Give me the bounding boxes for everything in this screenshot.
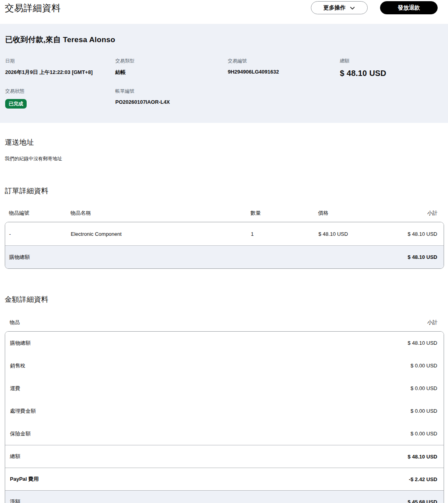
amount-row-handling-label: 處理費金額 — [10, 408, 36, 415]
field-invoice-id-label: 帳單編號 — [115, 88, 228, 95]
field-transaction-status-label: 交易狀態 — [5, 88, 115, 95]
amount-row-net: 淨額 $ 45.68 USD — [5, 490, 444, 503]
top-bar: 交易詳細資料 更多操作 發放退款 — [0, 0, 448, 14]
amount-row-handling-value: $ 0.00 USD — [411, 408, 437, 414]
cell-subtotal: $ 48.10 USD — [408, 231, 437, 237]
amount-row-total-label: 總額 — [10, 453, 20, 460]
col-amount-subtotal: 小計 — [427, 319, 438, 326]
issue-refund-button[interactable]: 發放退款 — [380, 1, 438, 14]
amount-row-shipping-value: $ 0.00 USD — [411, 385, 437, 391]
amount-row-net-value: $ 45.68 USD — [408, 499, 437, 503]
field-gross-amount-value: $ 48.10 USD — [340, 69, 443, 78]
order-table: - Electronic Component 1 $ 48.10 USD $ 4… — [5, 222, 444, 269]
transaction-summary-panel: 已收到付款,來自 Teresa Alonso 日期 2026年1月9日 上午12… — [0, 24, 448, 123]
amount-row-gross-label: 購物總額 — [10, 340, 31, 347]
amount-table-header: 物品 小計 — [5, 319, 444, 326]
order-details-section: 訂單詳細資料 物品編號 物品名稱 數量 價格 小計 - Electronic C… — [5, 186, 444, 269]
amount-row-shipping: 運費 $ 0.00 USD — [5, 377, 444, 400]
order-total-row: 購物總額 $ 48.10 USD — [5, 245, 444, 268]
order-total-value: $ 48.10 USD — [408, 254, 437, 260]
order-heading: 訂單詳細資料 — [5, 186, 444, 196]
topbar-actions: 更多操作 發放退款 — [311, 1, 438, 14]
amount-details-section: 金額詳細資料 物品 小計 購物總額 $ 48.10 USD 銷售稅 $ 0.00… — [5, 295, 444, 503]
amount-heading: 金額詳細資料 — [5, 295, 444, 304]
amount-row-paypal-fee: PayPal 費用 -$ 2.42 USD — [5, 468, 444, 490]
field-date-value: 2026年1月9日 上午12:22:03 [GMT+8] — [5, 69, 115, 76]
amount-row-insurance: 保險金額 $ 0.00 USD — [5, 422, 444, 445]
page-title: 交易詳細資料 — [5, 2, 61, 14]
amount-row-total: 總額 $ 48.10 USD — [5, 445, 444, 468]
col-subtotal: 小計 — [427, 210, 438, 217]
col-quantity: 數量 — [250, 210, 318, 217]
amount-table: 購物總額 $ 48.10 USD 銷售稅 $ 0.00 USD 運費 $ 0.0… — [5, 331, 444, 503]
amount-row-total-value: $ 48.10 USD — [408, 454, 437, 460]
col-item-number: 物品編號 — [9, 210, 70, 217]
amount-row-sales-tax: 銷售稅 $ 0.00 USD — [5, 354, 444, 377]
more-actions-button[interactable]: 更多操作 — [311, 1, 368, 14]
col-item: 物品 — [10, 319, 20, 326]
field-transaction-status: 交易狀態 已完成 — [5, 88, 115, 109]
field-gross-amount: 總額 $ 48.10 USD — [340, 58, 443, 78]
cell-quantity: 1 — [251, 231, 318, 237]
order-table-header: 物品編號 物品名稱 數量 價格 小計 — [5, 210, 444, 217]
shipping-heading: 運送地址 — [5, 138, 444, 147]
cell-price: $ 48.10 USD — [318, 231, 408, 237]
amount-row-insurance-value: $ 0.00 USD — [411, 431, 437, 437]
shipping-address-section: 運送地址 我們的紀錄中沒有郵寄地址 — [5, 138, 444, 162]
amount-row-insurance-label: 保險金額 — [10, 430, 31, 437]
amount-row-paypal-fee-label: PayPal 費用 — [10, 476, 39, 483]
amount-row-sales-tax-label: 銷售稅 — [10, 362, 25, 369]
amount-row-handling: 處理費金額 $ 0.00 USD — [5, 400, 444, 422]
more-actions-label: 更多操作 — [324, 4, 346, 12]
col-item-name: 物品名稱 — [70, 210, 250, 217]
field-transaction-type: 交易類型 結帳 — [115, 58, 228, 78]
field-date: 日期 2026年1月9日 上午12:22:03 [GMT+8] — [5, 58, 115, 78]
shipping-empty-text: 我們的紀錄中沒有郵寄地址 — [5, 155, 444, 162]
field-invoice-id-value: PO20260107IAOR-L4X — [115, 99, 228, 105]
field-gross-amount-label: 總額 — [340, 58, 443, 64]
order-table-row: - Electronic Component 1 $ 48.10 USD $ 4… — [5, 222, 444, 245]
summary-heading: 已收到付款,來自 Teresa Alonso — [5, 35, 443, 45]
field-invoice-id: 帳單編號 PO20260107IAOR-L4X — [115, 88, 228, 109]
chevron-down-icon — [349, 5, 355, 11]
amount-row-shipping-label: 運費 — [10, 385, 20, 392]
field-transaction-type-value: 結帳 — [115, 69, 228, 76]
order-total-label: 購物總額 — [9, 254, 30, 261]
field-transaction-type-label: 交易類型 — [115, 58, 228, 64]
summary-fields-grid: 日期 2026年1月9日 上午12:22:03 [GMT+8] 交易類型 結帳 … — [5, 58, 443, 109]
amount-row-sales-tax-value: $ 0.00 USD — [411, 363, 437, 369]
cell-item-name: Electronic Component — [71, 231, 251, 237]
cell-item-number: - — [9, 231, 71, 237]
field-transaction-id: 交易編號 9H294906LG4091632 — [228, 58, 340, 78]
amount-row-paypal-fee-value: -$ 2.42 USD — [409, 476, 437, 482]
col-price: 價格 — [318, 210, 427, 217]
issue-refund-label: 發放退款 — [398, 4, 420, 12]
field-date-label: 日期 — [5, 58, 115, 64]
amount-row-gross: 購物總額 $ 48.10 USD — [5, 332, 444, 354]
amount-row-net-label: 淨額 — [10, 498, 20, 503]
status-badge: 已完成 — [5, 99, 27, 109]
amount-row-gross-value: $ 48.10 USD — [408, 340, 437, 346]
field-transaction-id-value: 9H294906LG4091632 — [228, 69, 340, 75]
field-transaction-id-label: 交易編號 — [228, 58, 340, 64]
